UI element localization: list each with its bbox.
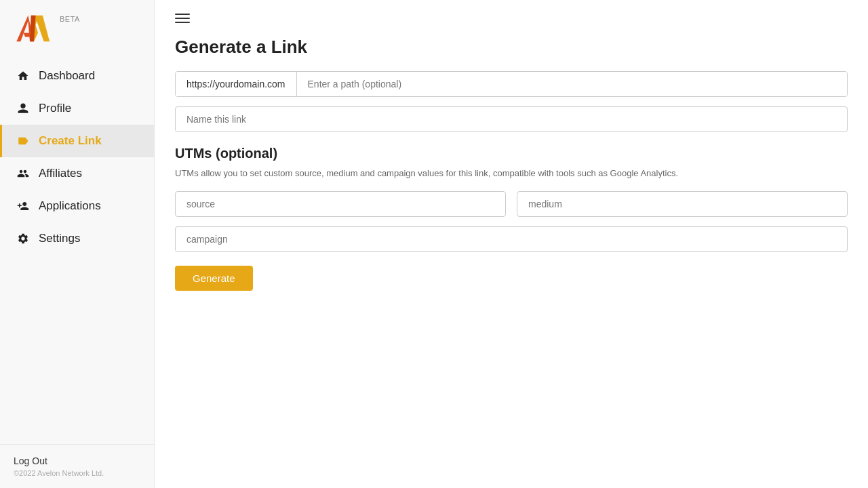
url-domain-label: https://yourdomain.com xyxy=(176,72,297,96)
main-content: Generate a Link https://yourdomain.com U… xyxy=(155,0,868,488)
sidebar-item-dashboard[interactable]: Dashboard xyxy=(0,60,154,92)
sidebar-footer: Log Out ©2022 Avelon Network Ltd. xyxy=(0,444,154,488)
house-icon xyxy=(16,70,31,82)
sidebar-item-applications[interactable]: Applications xyxy=(0,190,154,222)
page-content: Generate a Link https://yourdomain.com U… xyxy=(155,30,868,311)
sidebar-item-profile[interactable]: Profile xyxy=(0,92,154,125)
page-title: Generate a Link xyxy=(175,37,848,58)
logo-area: BETA xyxy=(0,0,154,54)
gear-icon xyxy=(16,232,31,245)
medium-input[interactable] xyxy=(517,191,848,217)
person-add-icon xyxy=(16,200,31,212)
topbar xyxy=(155,0,868,30)
sidebar-item-create-link[interactable]: Create Link xyxy=(0,125,154,157)
create-link-label: Create Link xyxy=(39,134,102,148)
utms-description: UTMs allow you to set custom source, med… xyxy=(175,167,848,180)
copyright-text: ©2022 Avelon Network Ltd. xyxy=(14,469,140,477)
affiliates-label: Affiliates xyxy=(39,167,82,180)
people-icon xyxy=(16,167,31,180)
url-path-input[interactable] xyxy=(297,72,847,96)
campaign-input[interactable] xyxy=(175,226,848,252)
person-icon xyxy=(16,102,31,115)
utms-row xyxy=(175,191,848,217)
utms-section-title: UTMs (optional) xyxy=(175,146,848,161)
beta-badge: BETA xyxy=(60,15,80,23)
sidebar-item-settings[interactable]: Settings xyxy=(0,222,154,255)
settings-label: Settings xyxy=(39,232,80,245)
logout-button[interactable]: Log Out xyxy=(14,455,140,466)
menu-toggle-button[interactable] xyxy=(175,14,190,23)
tag-icon xyxy=(16,135,31,147)
sidebar-item-affiliates[interactable]: Affiliates xyxy=(0,157,154,190)
url-input-row: https://yourdomain.com xyxy=(175,71,848,97)
link-name-input[interactable] xyxy=(175,106,848,132)
generate-button[interactable]: Generate xyxy=(175,266,253,291)
profile-label: Profile xyxy=(39,102,71,115)
source-input[interactable] xyxy=(175,191,506,217)
app-logo xyxy=(14,12,54,45)
applications-label: Applications xyxy=(39,199,101,213)
sidebar: BETA Dashboard Profile Create Link xyxy=(0,0,155,488)
sidebar-nav: Dashboard Profile Create Link Affiliates xyxy=(0,54,154,444)
dashboard-label: Dashboard xyxy=(39,69,95,83)
